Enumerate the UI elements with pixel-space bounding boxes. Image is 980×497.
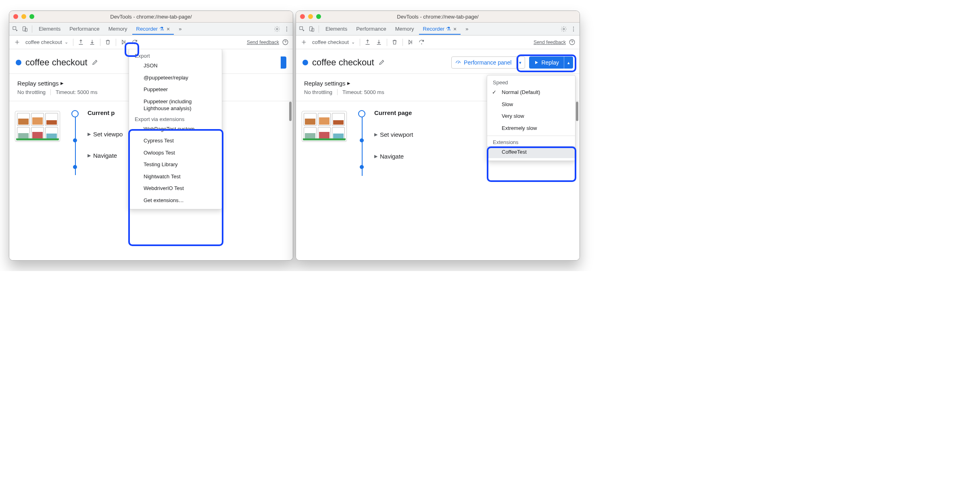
recorder-toolbar: coffee checkout ⌄ Send feedback <box>9 36 293 49</box>
recorder-toolbar: coffee checkout ⌄ Send feedback <box>296 36 580 49</box>
edit-title-icon[interactable] <box>378 58 386 67</box>
export-ext-nightwatch[interactable]: Nightwatch Test <box>129 171 222 183</box>
window-title: DevTools - chrome://new-tab-page/ <box>9 14 293 20</box>
timeline-node <box>73 165 77 169</box>
devtools-window-right: DevTools - chrome://new-tab-page/ Elemen… <box>296 10 580 261</box>
tab-elements[interactable]: Elements <box>35 23 65 34</box>
tab-performance[interactable]: Performance <box>352 23 390 34</box>
scrollbar-thumb[interactable] <box>576 102 578 121</box>
export-item-puppeteer-replay[interactable]: @puppeteer/replay <box>129 72 222 84</box>
send-feedback-link[interactable]: Send feedback <box>247 40 279 45</box>
send-feedback-link[interactable]: Send feedback <box>534 40 566 45</box>
recording-select-label: coffee checkout <box>25 39 62 45</box>
close-tab-icon[interactable]: × <box>453 26 457 32</box>
speed-extremely-slow[interactable]: Extremely slow <box>487 122 575 134</box>
export-ext-owloops[interactable]: Owloops Test <box>129 147 222 159</box>
zoom-window-button[interactable] <box>29 14 34 19</box>
replay-ext-coffeetest[interactable]: CoffeeTest <box>487 146 575 158</box>
step-play-icon[interactable] <box>119 37 129 48</box>
expand-icon: ▶ <box>374 154 377 159</box>
chevron-right-icon: ▸ <box>60 79 64 87</box>
timeline-node-current <box>71 110 79 117</box>
export-extensions-label: Export via extensions <box>129 115 222 123</box>
device-toggle-icon[interactable] <box>21 25 29 33</box>
recording-select-label: coffee checkout <box>312 39 349 45</box>
export-ext-get-more[interactable]: Get extensions… <box>129 194 222 207</box>
settings-gear-icon[interactable] <box>559 25 568 33</box>
export-icon[interactable] <box>87 37 98 48</box>
perf-panel-chevron-icon[interactable]: ▾ <box>516 57 521 68</box>
new-recording-icon[interactable] <box>12 37 22 48</box>
replay-speed-toggle[interactable]: ▴ <box>564 56 573 69</box>
recording-title: coffee checkout <box>312 57 374 68</box>
throttling-value: No throttling <box>304 89 332 95</box>
zoom-window-button[interactable] <box>316 14 321 19</box>
help-icon[interactable] <box>280 37 290 48</box>
minimize-window-button[interactable] <box>21 14 26 19</box>
tab-elements[interactable]: Elements <box>321 23 351 34</box>
timeline-node <box>360 165 364 169</box>
performance-panel-button[interactable]: Performance panel ▾ <box>451 56 525 69</box>
tab-recorder[interactable]: Recorder ⚗ × <box>132 23 174 35</box>
replay-button-sliver[interactable] <box>281 56 286 69</box>
tab-memory[interactable]: Memory <box>391 23 418 34</box>
device-toggle-icon[interactable] <box>307 25 316 33</box>
speed-slow[interactable]: Slow <box>487 98 575 111</box>
step-play-icon[interactable] <box>405 37 416 48</box>
recording-body: coffee checkout Performance panel ▾ Repl… <box>296 49 580 260</box>
replay-speed-menu: Speed ✓Normal (Default) Slow Very slow E… <box>487 75 575 161</box>
export-ext-cypress[interactable]: Cypress Test <box>129 135 222 147</box>
close-window-button[interactable] <box>13 14 18 19</box>
step-over-icon[interactable] <box>130 37 140 48</box>
window-controls <box>300 14 321 19</box>
export-ext-testing-library[interactable]: Testing Library <box>129 159 222 171</box>
more-tabs-button[interactable]: » <box>461 23 472 34</box>
scrollbar-thumb[interactable] <box>289 102 292 121</box>
delete-icon[interactable] <box>103 37 113 48</box>
inspect-element-icon[interactable] <box>298 25 307 33</box>
speed-normal[interactable]: ✓Normal (Default) <box>487 86 575 98</box>
export-section-label: Export <box>129 51 222 60</box>
export-icon[interactable] <box>374 37 384 48</box>
recording-status-dot <box>16 60 21 65</box>
devtools-window-left: DevTools - chrome://new-tab-page/ Elemen… <box>9 10 293 261</box>
minimize-window-button[interactable] <box>308 14 313 19</box>
recording-select[interactable]: coffee checkout ⌄ <box>310 39 357 45</box>
more-tabs-button[interactable]: » <box>175 23 186 34</box>
close-tab-icon[interactable]: × <box>167 26 170 32</box>
flask-icon: ⚗ <box>446 26 451 32</box>
export-menu: Export JSON @puppeteer/replay Puppeteer … <box>129 49 222 209</box>
settings-gear-icon[interactable] <box>273 25 281 33</box>
replay-button[interactable]: Replay ▴ <box>529 56 573 69</box>
export-item-puppeteer[interactable]: Puppeteer <box>129 84 222 96</box>
new-recording-icon[interactable] <box>298 37 309 48</box>
close-window-button[interactable] <box>300 14 305 19</box>
kebab-menu-icon[interactable] <box>569 25 578 33</box>
kebab-menu-icon[interactable] <box>282 25 291 33</box>
tab-performance[interactable]: Performance <box>65 23 103 34</box>
export-item-puppeteer-lighthouse[interactable]: Puppeteer (including Lighthouse analysis… <box>129 96 222 115</box>
export-item-json[interactable]: JSON <box>129 60 222 72</box>
timeline-node <box>73 138 77 142</box>
edit-title-icon[interactable] <box>92 58 99 67</box>
import-icon[interactable] <box>363 37 373 48</box>
svg-point-12 <box>573 28 574 29</box>
import-icon[interactable] <box>76 37 86 48</box>
timeline-node <box>360 138 364 142</box>
panel-tabs: Elements Performance Memory Recorder ⚗ ×… <box>296 23 580 36</box>
export-ext-webdriverio[interactable]: WebdriverIO Test <box>129 182 222 194</box>
step-over-icon[interactable] <box>417 37 427 48</box>
speed-section-label: Speed <box>487 78 575 86</box>
tab-recorder-label: Recorder <box>136 26 158 32</box>
svg-point-6 <box>135 44 136 44</box>
speed-very-slow[interactable]: Very slow <box>487 110 575 122</box>
svg-marker-17 <box>535 61 538 64</box>
tab-memory[interactable]: Memory <box>104 23 131 34</box>
delete-icon[interactable] <box>390 37 400 48</box>
tab-recorder[interactable]: Recorder ⚗ × <box>419 23 461 35</box>
recording-select[interactable]: coffee checkout ⌄ <box>23 39 71 45</box>
inspect-element-icon[interactable] <box>11 25 20 33</box>
flask-icon: ⚗ <box>159 26 164 32</box>
export-ext-webpagetest[interactable]: WebPageTest custom <box>129 123 222 135</box>
help-icon[interactable] <box>567 37 577 48</box>
